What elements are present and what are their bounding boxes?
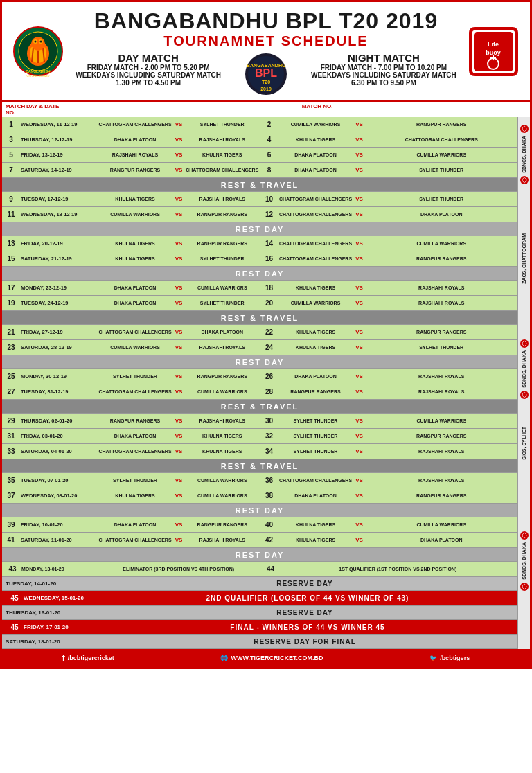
team2: KHULNA TIGERS <box>185 434 260 438</box>
match-no: 12 <box>260 211 278 218</box>
match-no: 4 <box>260 136 278 143</box>
col-matchno: MATCH NO. <box>6 103 26 116</box>
match-row: 1 WEDNESDAY, 11-12-19 CHATTOGRAM CHALLEN… <box>2 117 517 132</box>
match-no: 8 <box>260 166 278 174</box>
vs: VS <box>172 240 185 247</box>
vs: VS <box>353 373 366 380</box>
venue-3: SBNCS, DHAKA <box>517 325 530 414</box>
match-no: 13 <box>2 240 20 247</box>
team1: RANGPUR RANGERS <box>98 418 172 423</box>
match-row: 23 SATURDAY, 28-12-19 CUMILLA WARRIORS V… <box>2 340 517 355</box>
team1: CUMILLA WARRIORS <box>278 301 353 305</box>
team2: RAJSHAHI ROYALS <box>185 345 260 350</box>
team2: RANGPUR RANGERS <box>366 434 518 438</box>
vs: VS <box>353 121 366 127</box>
vs: VS <box>353 136 366 143</box>
match-date: TUESDAY, 24-12-19 <box>20 300 98 306</box>
match-no: 28 <box>260 388 278 396</box>
team1: KHULNA TIGERS <box>98 256 172 261</box>
match-row: 17 MONDAY, 23-12-19 DHAKA PLATOON VS CUM… <box>2 281 517 296</box>
vs: VS <box>353 240 366 247</box>
vs: VS <box>353 477 366 483</box>
team2: RAJSHAHI ROYALS <box>366 478 518 483</box>
team1: DHAKA PLATOON <box>98 522 172 527</box>
match-date: FRIDAY, 13-12-19 <box>20 152 98 158</box>
section-4: 29 THURSDAY, 02-01-20 RANGPUR RANGERS VS… <box>2 414 530 473</box>
match-row: 31 FRIDAY, 03-01-20 DHAKA PLATOON VS KHU… <box>2 429 517 444</box>
vs: VS <box>172 389 185 395</box>
match-date: MONDAY, 23-12-19 <box>20 285 98 291</box>
team1: CUMILLA WARRIORS <box>278 122 353 127</box>
vs: VS <box>172 433 185 439</box>
svg-text:T20: T20 <box>261 80 269 85</box>
team2: RAJSHAHI ROYALS <box>185 418 260 423</box>
match-date: WEDNESDAY, 18-12-19 <box>20 211 98 217</box>
team2: RAJSHAHI ROYALS <box>366 374 518 379</box>
separator-row: REST & TRAVEL <box>2 178 517 192</box>
match-date: THURSDAY, 12-12-19 <box>20 136 98 143</box>
vs: VS <box>353 300 366 306</box>
col-daydate: DAY & DATE <box>26 103 108 116</box>
team1: KHULNA TIGERS <box>278 137 353 142</box>
match-date: FRIDAY, 10-01-20 <box>20 522 98 528</box>
team1: RANGPUR RANGERS <box>98 168 172 172</box>
match-no: 18 <box>260 284 278 292</box>
match-date: WEDNESDAY, 11-12-19 <box>20 121 98 127</box>
globe-icon: 🌐 <box>220 655 228 661</box>
match-no: 3 <box>2 136 20 143</box>
team2: DHAKA PLATOON <box>185 330 260 335</box>
match-no: 33 <box>2 447 20 455</box>
team2: RANGPUR RANGERS <box>366 330 518 335</box>
reserve-row: TUESDAY, 14-01-20 RESERVE DAY <box>2 577 517 591</box>
match-row: 21 FRIDAY, 27-12-19 CHATTOGRAM CHALLENGE… <box>2 325 517 340</box>
team1: CUMILLA WARRIORS <box>98 345 172 350</box>
bpl-logo-center: BANGABANDHU BPL T20 2019 <box>244 52 289 97</box>
match-no: 32 <box>260 432 278 440</box>
facebook-icon: f <box>62 653 65 663</box>
twitter-icon: 🐦 <box>429 655 437 661</box>
team2: RANGPUR RANGERS <box>366 256 518 261</box>
section-1: 1 WEDNESDAY, 11-12-19 CHATTOGRAM CHALLEN… <box>2 117 530 192</box>
vs: VS <box>353 537 366 543</box>
vs: VS <box>353 522 366 528</box>
match-row: 27 TUESDAY, 31-12-19 CHATTOGRAM CHALLENG… <box>2 384 517 400</box>
match-date: FRIDAY, 20-12-19 <box>20 240 98 247</box>
vs: VS <box>353 389 366 395</box>
match-no: 21 <box>2 328 20 336</box>
svg-point-28 <box>490 60 497 67</box>
match-date: TUESDAY, 31-12-19 <box>20 389 98 395</box>
match-no: 22 <box>260 328 278 336</box>
match-date: MONDAY, 30-12-19 <box>20 373 98 380</box>
svg-point-10 <box>35 41 37 43</box>
match-no: 25 <box>2 373 20 380</box>
team1: RANGPUR RANGERS <box>278 389 353 394</box>
match-row: 39 FRIDAY, 10-01-20 DHAKA PLATOON VS RAN… <box>2 517 517 533</box>
team1: DHAKA PLATOON <box>98 301 172 305</box>
match-row: 41 SATURDAY, 11-01-20 CHATTOGRAM CHALLEN… <box>2 533 517 548</box>
match-date: SATURDAY, 28-12-19 <box>20 344 98 350</box>
header: BANGLADESH CRICKET BOARD BANGABANDHU BPL… <box>2 2 530 102</box>
match-no: 2 <box>260 121 278 128</box>
match-no: 42 <box>260 536 278 544</box>
match-no: 31 <box>2 432 20 440</box>
footer-facebook: f /bcbtigercricket <box>62 653 114 663</box>
vs: VS <box>353 418 366 424</box>
reserve-row: THURSDAY, 16-01-20 RESERVE DAY <box>2 606 517 620</box>
team2: CUMILLA WARRIORS <box>185 285 260 290</box>
section-5: 35 TUESDAY, 07-01-20 SYLHET THUNDER VS C… <box>2 473 530 649</box>
header-subtitle: TOURNAMNET SCHEDULE <box>64 33 468 49</box>
match-no: 5 <box>2 151 20 159</box>
match-no: 41 <box>2 536 20 544</box>
team2: KHULNA TIGERS <box>185 449 260 454</box>
team2: RAJSHAHI ROYALS <box>366 449 518 454</box>
team2: RAJSHAHI ROYALS <box>366 301 518 305</box>
final-row: 45 FRIDAY, 17-01-20 FINAL - WINNERS OF 4… <box>2 620 517 635</box>
team2: RANGPUR RANGERS <box>185 374 260 379</box>
match-no: 29 <box>2 417 20 425</box>
svg-text:2019: 2019 <box>260 87 272 91</box>
team2: DHAKA PLATOON <box>366 212 518 217</box>
team1: SYLHET THUNDER <box>278 418 353 423</box>
match-no: 7 <box>2 166 20 174</box>
team2: RANGPUR RANGERS <box>185 241 260 246</box>
team1: DHAKA PLATOON <box>278 374 353 379</box>
